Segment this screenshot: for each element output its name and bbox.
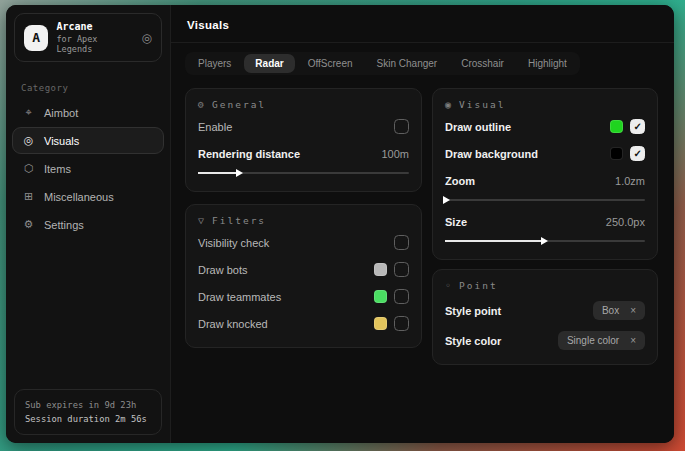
- slider-fill: [198, 172, 240, 174]
- point-card: ◦ Point Style point Box × Style color S: [432, 269, 658, 365]
- tab-highlight[interactable]: Highlight: [517, 54, 578, 73]
- enable-label: Enable: [198, 121, 232, 133]
- visual-card: ◉ Visual Draw outline Draw background: [432, 88, 658, 260]
- zoom-label: Zoom: [445, 175, 475, 187]
- draw-knocked-label: Draw knocked: [198, 318, 268, 330]
- draw-teammates-controls: [374, 289, 409, 304]
- draw-outline-checkbox[interactable]: [630, 119, 645, 134]
- draw-knocked-controls: [374, 316, 409, 331]
- visibility-check-label: Visibility check: [198, 237, 269, 249]
- sidebar-item-settings[interactable]: ⚙ Settings: [12, 211, 164, 238]
- draw-knocked-color-swatch[interactable]: [374, 317, 387, 330]
- draw-background-row: Draw background: [445, 143, 645, 164]
- right-column: ◉ Visual Draw outline Draw background: [432, 88, 658, 365]
- page-title: Visuals: [187, 19, 658, 31]
- gear-icon: ⚙: [22, 218, 35, 231]
- rendering-distance-slider[interactable]: [198, 168, 409, 178]
- size-value: 250.0px: [606, 216, 645, 228]
- grid-icon: ⊞: [22, 190, 35, 203]
- sidebar-item-miscellaneous[interactable]: ⊞ Miscellaneous: [12, 183, 164, 210]
- sidebar: A Arcane for Apex Legends ◎ Category ⌖ A…: [6, 5, 171, 443]
- slider-thumb[interactable]: [541, 237, 548, 245]
- clear-icon[interactable]: ×: [630, 335, 636, 346]
- zoom-value: 1.0zm: [615, 175, 645, 187]
- clear-icon[interactable]: ×: [630, 305, 636, 316]
- slider-thumb[interactable]: [236, 169, 243, 177]
- card-title-text: Visual: [459, 99, 505, 110]
- tab-offscreen[interactable]: OffScreen: [297, 54, 364, 73]
- point-card-title: ◦ Point: [445, 280, 645, 291]
- app-name: Arcane: [56, 21, 133, 32]
- draw-teammates-row: Draw teammates: [198, 286, 409, 307]
- logo-letter: A: [32, 30, 40, 45]
- draw-outline-label: Draw outline: [445, 121, 511, 133]
- zoom-slider[interactable]: [445, 195, 645, 205]
- sidebar-item-label: Aimbot: [44, 107, 78, 119]
- main-panel: Visuals Players Radar OffScreen Skin Cha…: [171, 5, 674, 443]
- draw-bots-controls: [374, 262, 409, 277]
- crosshair-icon: ⌖: [22, 106, 35, 119]
- gear-icon: ⚙: [198, 99, 204, 110]
- draw-teammates-label: Draw teammates: [198, 291, 281, 303]
- filters-card-title: ▽ Filters: [198, 215, 409, 226]
- draw-bots-checkbox[interactable]: [394, 262, 409, 277]
- filters-card: ▽ Filters Visibility check Draw bots: [185, 204, 422, 348]
- card-title-text: General: [212, 99, 266, 110]
- visibility-check-checkbox[interactable]: [394, 235, 409, 250]
- draw-knocked-row: Draw knocked: [198, 313, 409, 334]
- rendering-distance-row: Rendering distance 100m: [198, 143, 409, 164]
- size-row: Size 250.0px: [445, 211, 645, 232]
- app-window: A Arcane for Apex Legends ◎ Category ⌖ A…: [6, 5, 674, 443]
- visibility-check-row: Visibility check: [198, 232, 409, 253]
- rendering-distance-label: Rendering distance: [198, 148, 300, 160]
- card-title-text: Filters: [212, 215, 266, 226]
- slider-fill: [445, 240, 545, 242]
- style-point-row: Style point Box ×: [445, 300, 645, 321]
- tab-radar[interactable]: Radar: [244, 54, 294, 73]
- tab-crosshair[interactable]: Crosshair: [450, 54, 515, 73]
- eye-icon: ◉: [445, 99, 451, 110]
- card-title-text: Point: [459, 280, 498, 291]
- slider-thumb[interactable]: [443, 196, 450, 204]
- sidebar-item-label: Items: [44, 163, 71, 175]
- slider-fill: [445, 199, 447, 201]
- draw-outline-color-swatch[interactable]: [610, 120, 623, 133]
- sidebar-nav: ⌖ Aimbot ◎ Visuals ⬡ Items ⊞ Miscellaneo…: [6, 98, 170, 239]
- draw-background-color-swatch[interactable]: [610, 147, 623, 160]
- sidebar-item-label: Miscellaneous: [44, 191, 114, 203]
- sidebar-item-visuals[interactable]: ◎ Visuals: [12, 127, 164, 154]
- enable-row: Enable: [198, 116, 409, 137]
- session-duration-text: Session duration 2m 56s: [25, 412, 151, 426]
- sidebar-item-aimbot[interactable]: ⌖ Aimbot: [12, 99, 164, 126]
- page-header: Visuals: [171, 5, 674, 43]
- visual-card-title: ◉ Visual: [445, 99, 645, 110]
- draw-outline-row: Draw outline: [445, 116, 645, 137]
- style-color-select[interactable]: Single color ×: [558, 331, 645, 350]
- draw-bots-label: Draw bots: [198, 264, 248, 276]
- draw-bots-row: Draw bots: [198, 259, 409, 280]
- draw-background-checkbox[interactable]: [630, 146, 645, 161]
- draw-teammates-color-swatch[interactable]: [374, 290, 387, 303]
- sidebar-item-items[interactable]: ⬡ Items: [12, 155, 164, 182]
- size-label: Size: [445, 216, 467, 228]
- style-point-select[interactable]: Box ×: [593, 301, 645, 320]
- draw-knocked-checkbox[interactable]: [394, 316, 409, 331]
- eye-icon: ◎: [22, 134, 35, 147]
- draw-teammates-checkbox[interactable]: [394, 289, 409, 304]
- sub-expiry-text: Sub expires in 9d 23h: [25, 398, 151, 412]
- cube-icon: ⬡: [22, 162, 35, 175]
- enable-checkbox[interactable]: [394, 119, 409, 134]
- general-card: ⚙ General Enable Rendering distance 100m: [185, 88, 422, 192]
- draw-background-label: Draw background: [445, 148, 538, 160]
- target-icon[interactable]: ◎: [142, 31, 152, 45]
- draw-bots-color-swatch[interactable]: [374, 263, 387, 276]
- style-point-value: Box: [602, 305, 619, 316]
- app-subtitle: for Apex Legends: [56, 34, 133, 54]
- tab-skin-changer[interactable]: Skin Changer: [366, 54, 449, 73]
- funnel-icon: ▽: [198, 215, 204, 226]
- app-logo: A: [24, 25, 48, 51]
- size-slider[interactable]: [445, 236, 645, 246]
- brand-text: Arcane for Apex Legends: [56, 21, 133, 54]
- tab-players[interactable]: Players: [187, 54, 242, 73]
- brand-card: A Arcane for Apex Legends ◎: [14, 13, 162, 62]
